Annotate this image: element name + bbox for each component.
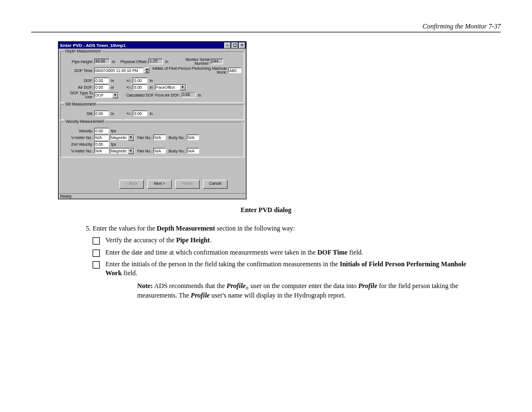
unit-in: in [148,79,153,83]
label-initials: Initials of Field Person Performing Manh… [151,66,227,74]
group-depth-legend: Depth Measurement [64,49,101,53]
chevron-down-icon[interactable]: ▼ [128,135,134,141]
silt-field[interactable] [94,111,109,116]
label-dof: DOF: [63,79,93,83]
unit-in: in [148,85,153,89]
label-calc: Calculated DOF From Air DOF: [120,93,180,97]
titlebar[interactable]: Enter PVD - ADS Town_10\mp1 – ▢ × [59,42,246,49]
unit-in: in [110,112,115,116]
step-5: Enter the values for the Depth Measureme… [93,224,470,300]
calc-field: 0.00 [181,92,196,98]
finish-button[interactable]: Finish [175,180,200,189]
initials-field[interactable] [228,68,241,73]
unit-fps: fps [110,142,117,146]
serial-field: 244 [211,59,223,64]
fan1-field[interactable] [153,135,166,140]
label-pipe-height: Pipe Height: [63,60,93,64]
label-silt: Silt: [63,112,93,116]
group-velocity-legend: Velocity Measurement [64,119,105,123]
enter-pvd-window: Enter PVD - ADS Town_10\mp1 – ▢ × Depth … [58,41,246,199]
checkbox-row-3: Enter the initials of the person in the … [93,260,470,277]
window-title: Enter PVD - ADS Town_10\mp1 [59,43,224,48]
page-header-right: Confirming the Monitor 7-37 [423,22,501,31]
body2-field[interactable] [187,148,199,154]
unit-in: in [111,60,116,64]
dof-pm-field[interactable] [133,78,147,83]
label-pm: +/-: [116,85,132,89]
maximize-icon[interactable]: ▢ [231,42,238,49]
minimize-icon[interactable]: – [224,42,231,49]
cancel-button[interactable]: Cancel [203,180,228,189]
label-vmeter: V-meter No.: [63,149,93,153]
chevron-down-icon[interactable]: ▼ [128,148,134,154]
vmeter1-type-select[interactable]: Magnetic▼ [110,135,134,140]
pipe-height-field: 48.00 [94,59,110,64]
label-fan: Fan No.: [136,149,152,153]
checkbox-row-2: Enter the date and time at which confirm… [93,248,470,257]
note-block: Note: ADS recommends that the Profile® u… [137,282,470,299]
chevron-down-icon[interactable]: ▼ [112,93,118,98]
label-velocity2: 2nd Velocity: [63,142,93,146]
fan2-field[interactable] [153,148,166,154]
checkbox-icon [93,237,100,245]
velocity2-field[interactable] [94,141,109,147]
back-button[interactable]: < Back [119,180,144,189]
body1-field[interactable] [187,135,199,140]
label-vmeter: V-meter No.: [63,136,93,140]
unit-in: in [197,93,202,97]
unit-in: in [110,79,115,83]
group-depth: Depth Measurement Pipe Height: 48.00 in … [60,51,244,103]
checkbox-row-1: Verify the accuracy of the Pipe Height. [93,236,470,245]
header-rule [31,32,501,32]
label-airdof: Air DOF: [63,85,93,89]
label-serial: Monitor Serial Number: [171,58,210,65]
label-dof-time: DOF Time: [63,69,93,73]
silt-pm-field[interactable] [133,111,147,116]
physical-offset-field: 1.25 [148,59,163,64]
group-velocity: Velocity Measurement Velocity: fps V-met… [60,122,244,157]
status-bar: Ready [59,193,246,199]
label-fan: Fan No.: [136,136,152,140]
dof-field[interactable] [94,78,109,83]
airdof-pm-field[interactable] [133,84,147,90]
chevron-down-icon[interactable]: ▼ [180,85,186,90]
unit-in: in [164,60,169,64]
unit-fps: fps [110,129,117,133]
label-pm: +/-: [116,112,132,116]
checkbox-icon [93,250,100,257]
dof-time-field[interactable] [94,68,143,73]
checkbox-icon [93,261,100,269]
group-silt: Silt Measurement Silt: in +/-: in [60,104,244,120]
label-velocity: Velocity: [63,129,93,133]
dof-time-spinner[interactable]: ▲▼ [144,68,149,73]
label-doftype: DOF Type To Use: [63,91,93,99]
vmeter2-field[interactable] [94,148,109,154]
group-silt-legend: Silt Measurement [64,102,96,106]
close-icon[interactable]: × [239,42,245,49]
velocity-field[interactable] [94,128,109,133]
airdof-field[interactable] [94,84,109,90]
unit-in: in [148,112,153,116]
label-pm: +/-: [116,79,132,83]
next-button[interactable]: Next > [147,180,172,189]
vmeter1-field[interactable] [94,135,109,140]
label-body: Body No.: [167,149,186,153]
label-physical-offset: Physical Offset: [117,60,147,64]
figure-caption: Enter PVD dialog [58,206,474,214]
doftype-select[interactable]: DOF▼ [94,92,119,98]
vmeter2-type-select[interactable]: Magnetic▼ [110,148,134,154]
airdof-ref-select[interactable]: FaceOfBot▼ [155,84,186,90]
label-body: Body No.: [167,136,186,140]
unit-in: in [110,85,115,89]
